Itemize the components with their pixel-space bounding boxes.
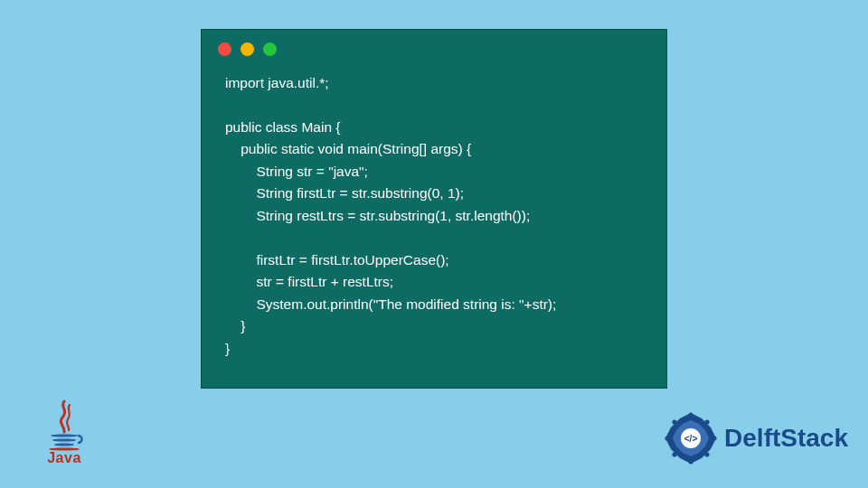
svg-text:</>: </> — [684, 434, 698, 444]
java-logo-label: Java — [47, 450, 81, 466]
maximize-dot-icon — [263, 42, 277, 56]
close-dot-icon — [218, 42, 231, 56]
svg-point-4 — [689, 413, 693, 417]
svg-point-10 — [665, 436, 669, 440]
delftstack-logo-label: DelftStack — [724, 424, 848, 453]
code-block: import java.util.*; public class Main { … — [202, 63, 666, 374]
window-traffic-lights — [202, 30, 666, 63]
code-window: import java.util.*; public class Main { … — [201, 29, 667, 389]
svg-point-11 — [673, 420, 676, 424]
delftstack-logo: </> DelftStack — [663, 410, 848, 466]
svg-point-7 — [705, 453, 709, 456]
svg-point-6 — [712, 436, 716, 440]
svg-point-8 — [689, 460, 693, 464]
java-logo: Java — [36, 399, 92, 472]
svg-point-5 — [705, 420, 709, 424]
delftstack-badge-icon: </> — [663, 410, 719, 466]
svg-point-9 — [673, 453, 676, 456]
minimize-dot-icon — [241, 42, 254, 56]
java-cup-icon — [42, 399, 87, 452]
